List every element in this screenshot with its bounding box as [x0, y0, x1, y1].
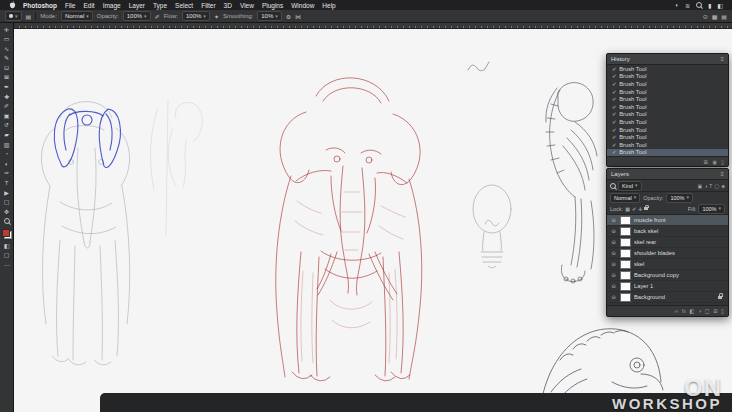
- delete-layer-icon[interactable]: ▯: [721, 308, 724, 314]
- menu-file[interactable]: File: [61, 2, 79, 9]
- visibility-eye-icon[interactable]: ⊙: [610, 272, 617, 278]
- control-center-icon[interactable]: ◧: [714, 2, 726, 9]
- adjustment-layer-icon[interactable]: ◑: [698, 308, 701, 314]
- history-state-row[interactable]: ✐Brush Tool: [607, 95, 728, 103]
- layer-effects-icon[interactable]: fx: [682, 308, 686, 314]
- layer-row-skel[interactable]: ⊙ skel: [607, 259, 728, 270]
- foreground-color-swatch[interactable]: [2, 229, 10, 237]
- history-state-row[interactable]: ✐Brush Tool: [607, 118, 728, 126]
- symmetry-icon[interactable]: ⋈: [295, 13, 301, 20]
- quick-selection-tool[interactable]: ✎: [1, 55, 12, 62]
- path-selection-tool[interactable]: ▶: [1, 189, 12, 196]
- eyedropper-tool[interactable]: ✒: [1, 84, 12, 91]
- menu-edit[interactable]: Edit: [79, 2, 98, 9]
- layer-row-shoulder-blades[interactable]: ⊙ shoulder blades: [607, 248, 728, 259]
- layer-row-layer-1[interactable]: ⊙ Layer 1: [607, 281, 728, 292]
- layer-row-background[interactable]: ⊙ Background: [607, 292, 728, 303]
- history-state-row[interactable]: ✐Brush Tool: [607, 73, 728, 81]
- history-state-row[interactable]: ✐Brush Tool: [607, 80, 728, 88]
- capture-icon[interactable]: ⊙: [703, 13, 708, 20]
- layer-thumbnail[interactable]: [620, 227, 631, 236]
- blur-tool[interactable]: ◔: [1, 151, 12, 158]
- panel-menu-icon[interactable]: ≡: [720, 56, 724, 62]
- history-brush-tool[interactable]: ↺: [1, 122, 12, 129]
- blend-mode-dropdown[interactable]: Normal ▾: [61, 11, 93, 21]
- filter-type-icon[interactable]: T: [709, 183, 712, 189]
- layer-thumbnail[interactable]: [620, 238, 631, 247]
- move-tool[interactable]: ✛: [1, 26, 12, 33]
- workspace-icon[interactable]: ▦: [712, 13, 718, 20]
- spotlight-icon[interactable]: [693, 2, 705, 9]
- control-strip-icon[interactable]: ◐: [672, 2, 682, 8]
- layer-thumbnail[interactable]: [620, 260, 631, 269]
- visibility-eye-icon[interactable]: ⊙: [610, 228, 617, 234]
- layer-blend-mode-dropdown[interactable]: Normal ▾: [610, 193, 640, 203]
- history-state-row-current[interactable]: ✐Brush Tool: [607, 149, 728, 157]
- layer-thumbnail[interactable]: [620, 216, 631, 225]
- filter-shape-icon[interactable]: ▢: [714, 183, 719, 189]
- opacity-dropdown[interactable]: 100% ▾: [123, 11, 151, 21]
- layer-thumbnail[interactable]: [620, 293, 631, 302]
- menu-window[interactable]: Window: [287, 2, 318, 9]
- menu-plugins[interactable]: Plugins: [258, 2, 287, 9]
- smoothing-gear-icon[interactable]: ⚙: [286, 13, 291, 20]
- apple-menu[interactable]: [6, 1, 19, 9]
- brush-settings-toggle[interactable]: ▤: [26, 13, 32, 20]
- airbrush-icon[interactable]: ✦: [214, 13, 219, 20]
- lasso-tool[interactable]: ∿: [1, 45, 12, 52]
- clone-stamp-tool[interactable]: ▣: [1, 112, 12, 119]
- visibility-eye-icon[interactable]: ⊙: [610, 250, 617, 256]
- zoom-tool[interactable]: [1, 218, 12, 225]
- visibility-eye-icon[interactable]: ⊙: [610, 294, 617, 300]
- pen-tool[interactable]: ✑: [1, 170, 12, 177]
- visibility-eye-icon[interactable]: ⊙: [610, 217, 617, 223]
- lock-transparency-icon[interactable]: ▦: [625, 206, 630, 212]
- menu-3d[interactable]: 3D: [220, 2, 236, 9]
- history-state-row[interactable]: ✐Brush Tool: [607, 88, 728, 96]
- visibility-eye-icon[interactable]: ⊙: [610, 261, 617, 267]
- flow-dropdown[interactable]: 100% ▾: [182, 11, 210, 21]
- wifi-icon[interactable]: ≋: [682, 2, 693, 9]
- screen-mode-button[interactable]: ▢: [1, 252, 12, 259]
- visibility-eye-icon[interactable]: ⊙: [610, 239, 617, 245]
- filter-pixel-icon[interactable]: ▣: [698, 183, 703, 189]
- layer-row-muscle-front[interactable]: ⊙ muscle front: [607, 215, 728, 226]
- menu-photoshop[interactable]: Photoshop: [19, 2, 61, 9]
- layer-opacity-dropdown[interactable]: 100% ▾: [666, 193, 693, 203]
- layer-row-skel-rear[interactable]: ⊙ skel rear: [607, 237, 728, 248]
- menu-view[interactable]: View: [236, 2, 258, 9]
- arrange-docs-icon[interactable]: ▤: [721, 13, 727, 20]
- layer-mask-icon[interactable]: ◧: [689, 308, 694, 314]
- layer-row-background-copy[interactable]: ⊙ Background copy: [607, 270, 728, 281]
- history-state-row[interactable]: ✐Brush Tool: [607, 141, 728, 149]
- kind-filter-dropdown[interactable]: Kind ▾: [618, 181, 642, 191]
- layer-row-back-skel[interactable]: ⊙ back skel: [607, 226, 728, 237]
- menu-select[interactable]: Select: [171, 2, 197, 9]
- layer-group-icon[interactable]: ▢: [705, 308, 710, 314]
- hand-tool[interactable]: ✥: [1, 208, 12, 215]
- menu-layer[interactable]: Layer: [125, 2, 149, 9]
- filter-smart-icon[interactable]: ◈: [721, 183, 725, 189]
- brush-preset-picker[interactable]: ▾: [5, 11, 22, 21]
- marquee-tool[interactable]: ▭: [1, 36, 12, 43]
- menu-filter[interactable]: Filter: [197, 2, 219, 9]
- history-state-row[interactable]: ✐Brush Tool: [607, 126, 728, 134]
- lock-paint-icon[interactable]: ✐: [632, 206, 636, 212]
- visibility-eye-icon[interactable]: ⊙: [610, 283, 617, 289]
- gradient-tool[interactable]: ▥: [1, 141, 12, 148]
- history-state-row[interactable]: ✐Brush Tool: [607, 103, 728, 111]
- brush-tool[interactable]: ✐: [1, 103, 12, 110]
- pressure-opacity-icon[interactable]: ✐: [155, 13, 160, 20]
- lock-all-icon[interactable]: [644, 207, 648, 210]
- smoothing-dropdown[interactable]: 10% ▾: [257, 11, 282, 21]
- menu-image[interactable]: Image: [99, 2, 125, 9]
- new-layer-icon[interactable]: ⊞: [713, 308, 717, 314]
- filter-adjustment-icon[interactable]: ◑: [704, 183, 707, 189]
- battery-icon[interactable]: ▮: [705, 2, 714, 9]
- dodge-tool[interactable]: ◐: [1, 160, 12, 167]
- panel-menu-icon[interactable]: ≡: [720, 171, 724, 177]
- menu-help[interactable]: Help: [318, 2, 339, 9]
- shape-tool[interactable]: ▢: [1, 199, 12, 206]
- history-state-row[interactable]: ✐Brush Tool: [607, 65, 728, 73]
- lock-position-icon[interactable]: ✛: [638, 206, 642, 212]
